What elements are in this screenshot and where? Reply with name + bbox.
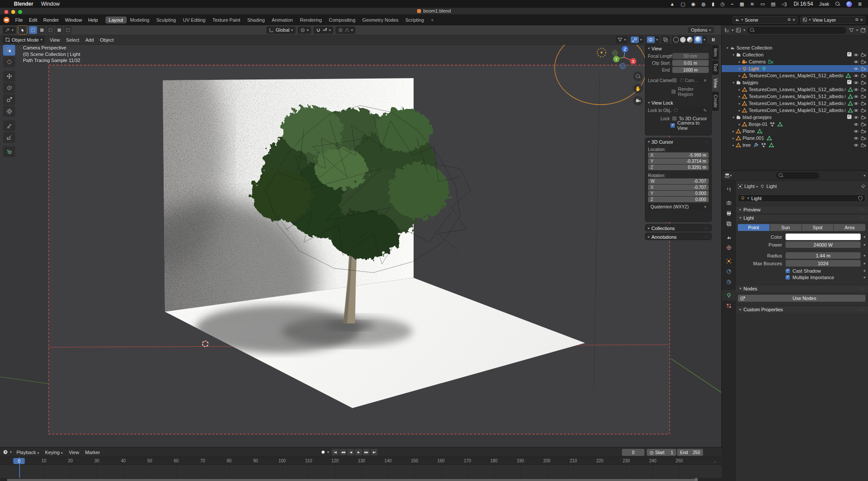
- timeline-menu-view[interactable]: View: [66, 450, 82, 455]
- workspace-tab-uv-editing[interactable]: UV Editing: [179, 16, 209, 23]
- properties-tab-texture[interactable]: [722, 300, 736, 311]
- hide-eye-icon[interactable]: [853, 52, 859, 58]
- cursor-location-z-slider[interactable]: Z0.3291 m: [648, 165, 709, 170]
- notification-center-icon[interactable]: ≣: [858, 1, 862, 7]
- camera-visibility-icon[interactable]: [861, 59, 866, 65]
- pause-render-button[interactable]: [709, 36, 717, 44]
- camera-view-button[interactable]: [633, 96, 643, 105]
- time-machine-icon[interactable]: ◷: [720, 1, 725, 7]
- workspace-tab-compositing[interactable]: Compositing: [326, 16, 359, 23]
- hide-eye-icon[interactable]: [853, 66, 859, 72]
- preview-section-header[interactable]: ▸Preview::::: [736, 206, 868, 213]
- play-button[interactable]: ▶: [355, 449, 362, 455]
- viewport-menu-view[interactable]: View: [46, 37, 63, 43]
- camera-to-view-checkbox[interactable]: [671, 123, 675, 128]
- workspace-tab-scripting[interactable]: Scripting: [402, 16, 427, 23]
- timeline-menu-playback[interactable]: Playback ▾: [13, 450, 42, 455]
- select-mode-subtract-button[interactable]: [46, 26, 54, 34]
- properties-tab-view-layer[interactable]: [722, 218, 736, 229]
- view-layer-selector[interactable]: ▾ View Layer ⧉ ✕: [800, 16, 865, 24]
- new-scene-icon[interactable]: ⧉: [788, 17, 790, 22]
- frame-start-field[interactable]: ◷Start1: [647, 449, 676, 456]
- airplay-icon[interactable]: ▭: [760, 1, 765, 7]
- select-box-tool-icon[interactable]: [19, 26, 26, 34]
- mode-selector[interactable]: Object Mode▾: [3, 36, 45, 43]
- hide-eye-icon[interactable]: [853, 94, 859, 99]
- clip-start-field[interactable]: 0.01 m: [672, 60, 709, 66]
- properties-editor-icon[interactable]: [724, 173, 730, 178]
- n-panel-tab-item[interactable]: Item: [712, 45, 719, 59]
- zoom-view-button[interactable]: [633, 72, 643, 81]
- timeline-ruler[interactable]: 0102030405060708090100110120130140150160…: [0, 457, 722, 465]
- cast-shadow-checkbox[interactable]: [786, 269, 790, 273]
- select-mode-extend-button[interactable]: [38, 26, 46, 34]
- auto-keying-button[interactable]: [319, 449, 326, 455]
- focal-length-field[interactable]: 50 mm: [672, 53, 709, 59]
- object-type-visibility-dropdown[interactable]: ▾: [616, 36, 627, 43]
- workspace-tab-rendering[interactable]: Rendering: [296, 16, 326, 23]
- camera-visibility-icon[interactable]: [861, 87, 866, 92]
- topbar-menu-file[interactable]: File: [12, 17, 26, 23]
- camera-visibility-icon[interactable]: [861, 52, 866, 58]
- animate-color-dot[interactable]: [864, 236, 865, 238]
- light-type-sun-button[interactable]: Sun: [770, 224, 802, 231]
- select-mode-invert-button[interactable]: [55, 26, 63, 34]
- animate-power-dot[interactable]: [864, 244, 865, 246]
- light-section-header[interactable]: ▾Light::::: [736, 214, 868, 221]
- dock-icon[interactable]: ▮: [712, 1, 714, 7]
- tool-rotate-button[interactable]: [3, 82, 15, 93]
- hide-eye-icon[interactable]: [853, 128, 859, 134]
- workspace-tab-animation[interactable]: Animation: [268, 16, 296, 23]
- outliner-row-collection[interactable]: ▾Collection: [722, 51, 868, 58]
- outliner-row-light[interactable]: ▸Light: [722, 65, 868, 72]
- camera-visibility-icon[interactable]: [861, 94, 866, 99]
- tool-add-cube-button[interactable]: [3, 146, 15, 157]
- n-panel-tab-create[interactable]: Create: [712, 92, 719, 111]
- lock-to-object-field[interactable]: ✎: [672, 107, 709, 113]
- outliner-row-texturescom-leaves-maple01-512-albedo-002[interactable]: ▸TexturesCom_Leaves_Maple01_512_albedo.0…: [722, 93, 868, 100]
- cursor-rotation-y-slider[interactable]: Y0.000: [648, 191, 709, 196]
- previous-keyframe-button[interactable]: ◀◀: [339, 449, 346, 455]
- workspace-tab-modeling[interactable]: Modeling: [127, 16, 153, 23]
- nodes-section-header[interactable]: ▾Nodes::::: [736, 285, 868, 292]
- pan-view-button[interactable]: ✋: [633, 84, 643, 93]
- camera-visibility-icon[interactable]: [861, 108, 866, 113]
- tool-move-button[interactable]: [3, 71, 15, 82]
- topbar-menu-help[interactable]: Help: [85, 17, 101, 23]
- properties-search-input[interactable]: [776, 172, 819, 179]
- radius-field[interactable]: 1.44 m: [786, 252, 861, 259]
- proportional-editing-dropdown[interactable]: ▾: [335, 26, 355, 34]
- properties-tab-tool[interactable]: [722, 184, 736, 194]
- properties-filter-dropdown[interactable]: ▾: [864, 174, 865, 178]
- properties-tab-render[interactable]: [722, 198, 736, 208]
- filter-icon[interactable]: [848, 27, 854, 33]
- jump-to-end-button[interactable]: ▶I: [371, 449, 378, 455]
- properties-tab-constraints[interactable]: [722, 266, 736, 277]
- volume-icon[interactable]: ◁): [782, 1, 787, 7]
- include-checkbox[interactable]: [847, 52, 852, 57]
- shading-rendered-icon[interactable]: [695, 36, 701, 42]
- rotation-mode-dropdown[interactable]: Quaternion (WXYZ)▾: [648, 204, 709, 210]
- xray-toggle[interactable]: [661, 36, 670, 43]
- outliner-row-texturescom-leaves-maple01-512-albedo[interactable]: ▸TexturesCom_Leaves_Maple01_512_albedo: [722, 72, 868, 79]
- tool-cursor-button[interactable]: [3, 56, 15, 67]
- topbar-menu-edit[interactable]: Edit: [26, 17, 40, 23]
- current-frame-field[interactable]: 0: [622, 449, 644, 456]
- frame-end-field[interactable]: End250: [677, 449, 703, 456]
- spotlight-search-icon[interactable]: [835, 2, 840, 7]
- viewport-menu-object[interactable]: Object: [97, 37, 117, 43]
- cursor-rotation-w-slider[interactable]: W-0.707: [648, 178, 709, 184]
- viewport-menu-select[interactable]: Select: [63, 37, 82, 43]
- remove-view-layer-icon[interactable]: ✕: [860, 18, 863, 22]
- timeline-scrollbar-thumb[interactable]: [7, 479, 697, 481]
- workspace-tab-layout[interactable]: Layout: [105, 16, 127, 23]
- n-panel-annotations[interactable]: ▸Annotations::::: [645, 233, 712, 240]
- properties-tab-world[interactable]: [722, 242, 736, 253]
- new-collection-icon[interactable]: [860, 27, 866, 33]
- to-3d-cursor-checkbox[interactable]: [672, 116, 677, 121]
- properties-tab-object[interactable]: [722, 256, 736, 266]
- playhead-frame-badge[interactable]: 0: [13, 458, 25, 464]
- active-tool-selector[interactable]: ▾: [3, 26, 16, 34]
- hide-eye-icon[interactable]: [853, 122, 859, 127]
- fake-user-shield-icon[interactable]: [858, 196, 863, 201]
